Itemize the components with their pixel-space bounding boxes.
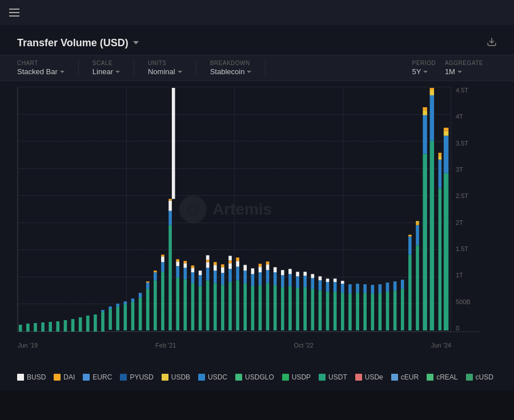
svg-rect-155 bbox=[444, 173, 448, 330]
svg-rect-108 bbox=[319, 290, 322, 330]
svg-rect-154 bbox=[439, 153, 442, 156]
svg-rect-12 bbox=[101, 312, 105, 332]
legend-item-usdglo: USDGLO bbox=[235, 373, 274, 381]
svg-rect-35 bbox=[168, 211, 172, 225]
scale-dropdown[interactable]: Linear bbox=[93, 67, 120, 76]
aggregate-dropdown[interactable]: 1M bbox=[445, 67, 483, 76]
units-control: UNITS Nominal bbox=[148, 60, 196, 76]
svg-rect-151 bbox=[439, 188, 442, 330]
legend-color-busd bbox=[17, 374, 24, 381]
svg-rect-114 bbox=[334, 292, 337, 330]
period-dropdown[interactable]: 5Y bbox=[412, 67, 436, 76]
svg-rect-117 bbox=[341, 293, 344, 330]
svg-rect-57 bbox=[206, 260, 210, 262]
svg-rect-83 bbox=[259, 272, 262, 285]
svg-rect-99 bbox=[296, 288, 299, 330]
svg-rect-107 bbox=[311, 274, 314, 278]
svg-rect-160 bbox=[423, 115, 427, 154]
chart-svg: .usdt { fill: #26a17b; } .usdc { fill: #… bbox=[18, 87, 451, 332]
svg-rect-124 bbox=[363, 293, 367, 330]
svg-rect-162 bbox=[423, 107, 427, 111]
chart-legend: BUSD DAI EURC PYUSD USDB USDC USDGLO US bbox=[0, 366, 514, 390]
legend-label-pyusd: PYUSD bbox=[130, 373, 153, 381]
title-dropdown-chevron[interactable] bbox=[133, 41, 139, 45]
svg-rect-38 bbox=[172, 88, 175, 199]
svg-rect-123 bbox=[356, 284, 359, 293]
svg-rect-133 bbox=[393, 281, 397, 290]
svg-rect-32 bbox=[161, 256, 164, 262]
legend-item-usdt: USDT bbox=[319, 373, 347, 381]
svg-rect-159 bbox=[423, 154, 427, 330]
svg-rect-79 bbox=[251, 286, 255, 330]
period-chevron bbox=[423, 71, 428, 73]
y-tick-1t: 1T bbox=[456, 272, 463, 278]
aggregate-control: AGGREGATE 1M bbox=[445, 60, 483, 76]
svg-rect-127 bbox=[371, 285, 374, 293]
period-label: PERIOD bbox=[412, 60, 436, 66]
svg-rect-84 bbox=[259, 266, 262, 272]
svg-rect-65 bbox=[221, 267, 224, 273]
hamburger-menu[interactable] bbox=[9, 9, 19, 17]
svg-rect-92 bbox=[274, 267, 277, 272]
svg-rect-165 bbox=[430, 90, 434, 95]
breakdown-chevron bbox=[247, 71, 251, 73]
legend-label-cusd: cUSD bbox=[476, 373, 493, 381]
period-aggregate-control: PERIOD 5Y AGGREGATE 1M bbox=[412, 60, 497, 76]
svg-rect-75 bbox=[236, 257, 239, 261]
svg-rect-69 bbox=[228, 263, 232, 269]
svg-rect-66 bbox=[221, 264, 224, 267]
units-dropdown[interactable]: Nominal bbox=[148, 67, 182, 76]
svg-rect-116 bbox=[334, 278, 337, 282]
svg-rect-136 bbox=[408, 255, 412, 330]
svg-rect-71 bbox=[228, 256, 232, 260]
legend-color-cusd bbox=[466, 374, 473, 381]
legend-color-usdt bbox=[319, 374, 326, 381]
svg-rect-64 bbox=[221, 273, 224, 285]
y-tick-0: 0 bbox=[456, 325, 459, 332]
legend-label-usde: USDe bbox=[365, 373, 383, 381]
legend-color-eurc bbox=[83, 374, 90, 381]
legend-color-pyusd bbox=[120, 374, 127, 381]
chart-title-group[interactable]: Transfer Volume (USD) bbox=[17, 37, 139, 49]
y-tick-2-5t: 2.5T bbox=[456, 192, 468, 199]
svg-rect-97 bbox=[288, 274, 292, 286]
legend-item-usdc: USDC bbox=[198, 373, 227, 381]
chart-dropdown[interactable]: Stacked Bar bbox=[17, 67, 65, 76]
svg-rect-134 bbox=[401, 289, 404, 330]
breakdown-dropdown[interactable]: Stablecoin bbox=[210, 67, 252, 76]
y-tick-3t: 3T bbox=[456, 166, 463, 173]
svg-rect-16 bbox=[116, 306, 119, 330]
scale-chevron bbox=[115, 71, 120, 73]
scale-label: SCALE bbox=[93, 60, 120, 66]
svg-rect-53 bbox=[199, 270, 202, 275]
top-navigation-bar bbox=[0, 0, 514, 25]
legend-color-creal bbox=[427, 374, 433, 381]
chart-area: ⬡ Artemis .usdt { fill: #26a17b; } .usdc… bbox=[0, 81, 514, 366]
y-tick-500b: 500B bbox=[456, 298, 471, 305]
units-chevron bbox=[178, 71, 182, 73]
svg-rect-94 bbox=[281, 275, 284, 287]
svg-rect-31 bbox=[161, 262, 164, 272]
svg-rect-110 bbox=[319, 276, 322, 280]
svg-rect-60 bbox=[214, 270, 217, 283]
legend-item-dai: DAI bbox=[54, 373, 75, 381]
breakdown-label: BREAKDOWN bbox=[210, 60, 252, 66]
svg-rect-131 bbox=[386, 282, 389, 292]
svg-rect-24 bbox=[146, 289, 150, 330]
svg-rect-138 bbox=[408, 235, 412, 236]
svg-rect-23 bbox=[139, 293, 142, 297]
download-button[interactable] bbox=[487, 37, 497, 49]
legend-item-creal: cREAL bbox=[427, 373, 457, 381]
svg-rect-139 bbox=[416, 245, 419, 330]
svg-rect-37 bbox=[168, 199, 172, 201]
svg-rect-72 bbox=[236, 280, 239, 330]
svg-rect-19 bbox=[124, 301, 127, 304]
svg-rect-81 bbox=[251, 268, 255, 274]
svg-rect-33 bbox=[161, 255, 164, 256]
svg-rect-15 bbox=[109, 306, 112, 309]
y-axis: 4.5T 4T 3.5T 3T 2.5T 2T 1.5T 1T 500B 0 bbox=[451, 87, 480, 332]
breakdown-control: BREAKDOWN Stablecoin bbox=[210, 60, 266, 76]
svg-rect-8 bbox=[71, 319, 75, 332]
legend-item-eurc: EURC bbox=[83, 373, 112, 381]
y-tick-1-5t: 1.5T bbox=[456, 245, 468, 252]
